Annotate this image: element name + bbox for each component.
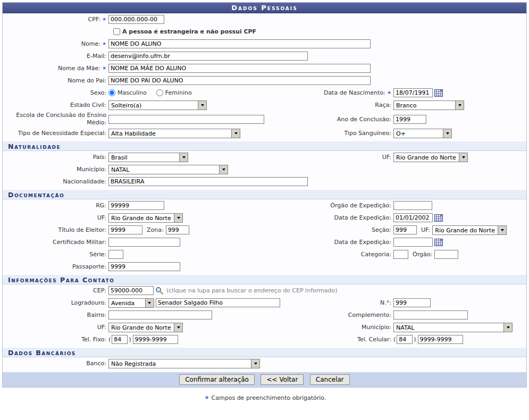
dropdown-arrow-icon — [174, 214, 182, 222]
zona-input[interactable] — [166, 225, 189, 234]
sanguineo-select[interactable]: O+ — [393, 129, 452, 138]
logradouro-tipo-select[interactable]: Avenida — [108, 298, 154, 308]
escola-input[interactable] — [108, 115, 264, 124]
numero-input[interactable] — [393, 298, 431, 307]
page-title: Dados Pessoais — [3, 3, 526, 13]
data-expedicao-cert-input[interactable] — [393, 238, 433, 247]
pais-select[interactable]: Brasil — [108, 153, 188, 162]
section-naturalidade: Naturalidade — [3, 141, 526, 151]
secao-input[interactable] — [393, 225, 417, 234]
section-documentacao: Documentação — [3, 189, 526, 199]
categoria-input[interactable] — [393, 250, 408, 259]
action-bar: Confirmar alteração << Voltar Cancelar — [3, 372, 526, 387]
calendar-icon[interactable] — [434, 89, 443, 97]
estado-civil-label: Estado Civil: — [3, 102, 108, 109]
calendar-icon[interactable] — [434, 239, 443, 246]
estrangeira-checkbox[interactable] — [113, 28, 120, 35]
passaporte-input[interactable] — [108, 262, 180, 271]
nome-mae-row: Nome da Mãe: — [3, 62, 526, 74]
estado-civil-select[interactable]: Solteiro(a) — [108, 100, 207, 110]
escola-label: Escola de Conclusão do Ensino Médio: — [3, 112, 108, 127]
nome-pai-row: Nome do Pai: — [3, 74, 526, 87]
numero-label: N.°: — [280, 299, 393, 306]
data-expedicao-rg-input[interactable] — [393, 213, 433, 222]
passaporte-label: Passaporte: — [3, 263, 108, 271]
municipio-contato-label: Município: — [267, 324, 393, 331]
section-contato: Informações Para Contato — [3, 274, 526, 284]
raca-select[interactable]: Branco — [393, 100, 464, 110]
sexo-feminino-radio[interactable] — [156, 89, 163, 96]
required-star-icon — [203, 394, 212, 401]
dropdown-arrow-icon — [231, 129, 240, 138]
paren-open: ( — [393, 336, 396, 343]
raca-label: Raça: — [267, 102, 393, 108]
banco-select[interactable]: Não Registrada — [108, 359, 260, 368]
pais-uf-row: País: Brasil UF: Rio Grande do Norte — [3, 151, 526, 163]
dropdown-arrow-icon — [179, 153, 188, 162]
cep-hint: (clique na lupa para buscar o endereço d… — [166, 287, 338, 294]
calendar-icon[interactable] — [434, 214, 443, 222]
nome-pai-input[interactable] — [108, 76, 371, 85]
data-nascimento-label: Data de Nascimento: — [267, 89, 393, 96]
municipio-naturalidade-row: Município: NATAL — [3, 163, 526, 175]
cep-input[interactable] — [108, 286, 154, 295]
back-button[interactable]: << Voltar — [261, 374, 304, 385]
orgao-expedicao-input[interactable] — [393, 201, 432, 210]
tel-celular-ddd-input[interactable] — [397, 335, 413, 344]
tel-fixo-input[interactable] — [133, 335, 178, 344]
cpf-row: CPF: — [3, 13, 526, 26]
serie-label: Série: — [3, 251, 108, 258]
required-star-icon — [100, 65, 106, 72]
dropdown-arrow-icon — [198, 101, 206, 110]
municipio-naturalidade-select[interactable]: NATAL — [108, 165, 228, 174]
sexo-masculino-radio[interactable] — [108, 89, 115, 96]
uf-contato-select[interactable]: Rio Grande do Norte — [108, 323, 183, 332]
uf-titulo-label: UF: — [421, 226, 430, 233]
logradouro-nome-input[interactable] — [156, 298, 280, 307]
uf-rg-select[interactable]: Rio Grande do Norte — [108, 213, 183, 223]
dropdown-arrow-icon — [219, 165, 228, 174]
complemento-input[interactable] — [393, 310, 468, 320]
nacionalidade-input[interactable] — [108, 177, 308, 186]
nome-mae-label: Nome da Mãe: — [3, 65, 108, 72]
uf-contato-label: UF: — [3, 324, 108, 331]
zona-label: Zona: — [147, 226, 164, 233]
bairro-complemento-row: Bairro: Complemento: — [3, 309, 526, 321]
orgao-input[interactable] — [434, 250, 458, 259]
cep-row: CEP: (clique na lupa para buscar o ender… — [3, 284, 526, 297]
tel-fixo-ddd-input[interactable] — [112, 335, 128, 344]
confirm-button[interactable]: Confirmar alteração — [179, 374, 255, 385]
nome-input[interactable] — [108, 39, 371, 48]
dropdown-arrow-icon — [503, 323, 512, 332]
rg-label: RG: — [3, 202, 108, 209]
ano-conclusao-input[interactable] — [393, 115, 426, 124]
email-input[interactable] — [108, 52, 308, 61]
uf-municipio-contato-row: UF: Rio Grande do Norte Município: NATAL — [3, 321, 526, 333]
uf-titulo-select[interactable]: Rio Grande do Norte — [432, 225, 507, 235]
required-note: Campos de preenchimento obrigatório. — [0, 390, 529, 404]
tel-celular-input[interactable] — [418, 335, 463, 344]
municipio-contato-select[interactable]: NATAL — [393, 323, 513, 332]
paren-close: ) — [129, 336, 131, 343]
nome-pai-label: Nome do Pai: — [3, 77, 108, 85]
orgao-label: Órgão: — [413, 251, 432, 258]
titulo-eleitor-input[interactable] — [108, 225, 142, 234]
required-star-icon — [100, 40, 106, 47]
search-cep-icon[interactable] — [155, 287, 163, 295]
cpf-label: CPF: — [3, 16, 108, 23]
complemento-label: Complemento: — [267, 312, 393, 318]
uf-naturalidade-select[interactable]: Rio Grande do Norte — [393, 153, 468, 162]
bairro-input[interactable] — [108, 310, 212, 320]
nome-mae-input[interactable] — [108, 64, 371, 73]
tel-celular-label: Tel. Celular: — [267, 336, 393, 343]
necessidade-select[interactable]: Alta Habilidade — [108, 129, 240, 138]
serie-input[interactable] — [108, 250, 123, 259]
cancel-button[interactable]: Cancelar — [310, 374, 350, 385]
certificado-militar-input[interactable] — [108, 238, 180, 247]
rg-input[interactable] — [108, 201, 164, 210]
dropdown-arrow-icon — [174, 323, 182, 332]
dropdown-arrow-icon — [145, 299, 154, 307]
data-nascimento-input[interactable] — [393, 88, 433, 97]
dropdown-arrow-icon — [498, 226, 506, 234]
cpf-input[interactable] — [108, 15, 164, 24]
